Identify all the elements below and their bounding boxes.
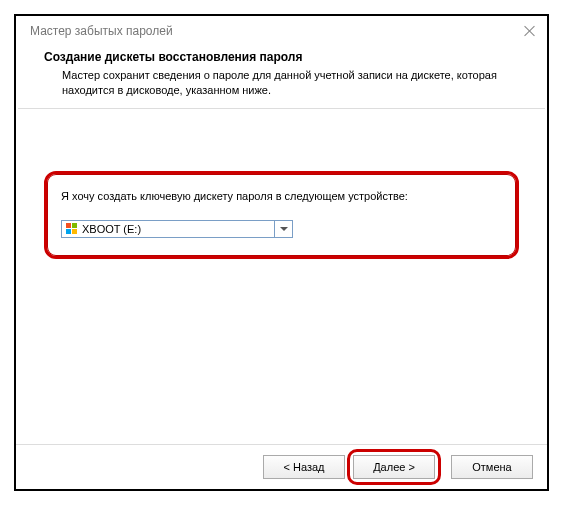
drive-select-text: XBOOT (E:): [82, 223, 141, 235]
window-title: Мастер забытых паролей: [30, 24, 173, 38]
page-heading: Создание дискеты восстановления пароля: [44, 50, 519, 64]
wizard-header: Создание дискеты восстановления пароля М…: [16, 46, 547, 108]
chevron-down-icon: [280, 227, 288, 231]
next-button-highlight: Далее >: [347, 449, 441, 485]
cancel-button[interactable]: Отмена: [451, 455, 533, 479]
close-icon[interactable]: [523, 24, 537, 38]
drive-select[interactable]: XBOOT (E:): [61, 220, 293, 238]
titlebar: Мастер забытых паролей: [16, 16, 547, 46]
drive-select-value: XBOOT (E:): [62, 221, 274, 237]
next-button[interactable]: Далее >: [353, 455, 435, 479]
dropdown-button[interactable]: [274, 221, 292, 237]
content-area: Я хочу создать ключевую дискету пароля в…: [16, 109, 547, 389]
page-subheading: Мастер сохранит сведения о пароле для да…: [44, 68, 519, 98]
windows-icon: [66, 223, 78, 235]
device-prompt: Я хочу создать ключевую дискету пароля в…: [61, 190, 502, 202]
highlighted-section: Я хочу создать ключевую дискету пароля в…: [44, 171, 519, 259]
button-bar: < Назад Далее > Отмена: [16, 444, 547, 489]
back-button[interactable]: < Назад: [263, 455, 345, 479]
